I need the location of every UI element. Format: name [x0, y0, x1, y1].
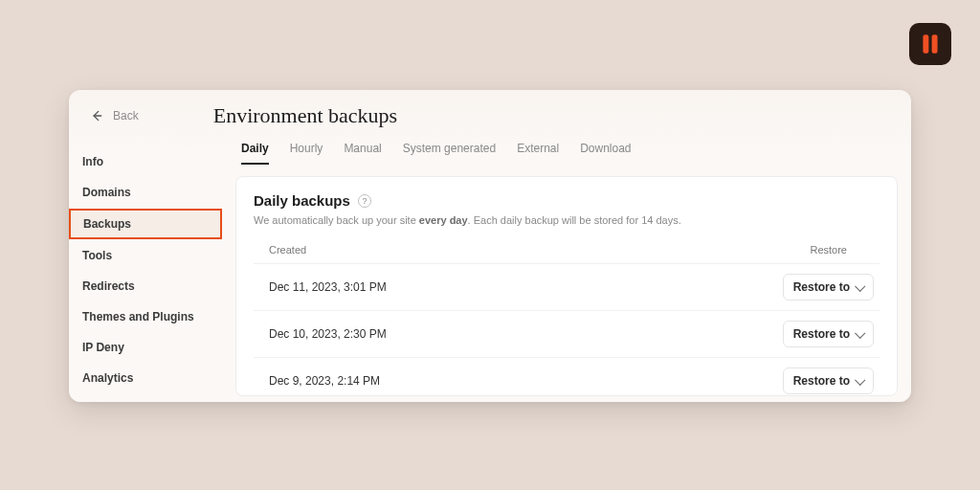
restore-to-button[interactable]: Restore to	[783, 321, 874, 347]
row-created: Dec 10, 2023, 2:30 PM	[269, 327, 387, 341]
tab-daily[interactable]: Daily	[241, 142, 269, 165]
sidebar-item-info[interactable]: Info	[69, 147, 222, 176]
card-title: Daily backups	[254, 192, 350, 209]
sidebar-item-ip-deny[interactable]: IP Deny	[69, 333, 222, 362]
col-created: Created	[269, 244, 306, 256]
sidebar: InfoDomainsBackupsToolsRedirectsThemes a…	[69, 128, 222, 402]
sidebar-item-backups[interactable]: Backups	[69, 209, 222, 239]
tab-manual[interactable]: Manual	[344, 142, 381, 165]
tab-download[interactable]: Download	[580, 142, 631, 165]
back-label[interactable]: Back	[113, 109, 139, 122]
table-header: Created Restore	[254, 229, 880, 263]
page-title: Environment backups	[213, 103, 397, 128]
chevron-down-icon	[855, 374, 865, 385]
table-row: Dec 10, 2023, 2:30 PMRestore to	[254, 310, 880, 357]
sidebar-item-themes-and-plugins[interactable]: Themes and Plugins	[69, 302, 222, 331]
tabs: DailyHourlyManualSystem generatedExterna…	[222, 132, 911, 165]
sidebar-item-redirects[interactable]: Redirects	[69, 272, 222, 301]
chevron-down-icon	[855, 327, 865, 338]
table-row: Dec 11, 2023, 3:01 PMRestore to	[254, 263, 880, 310]
tab-external[interactable]: External	[517, 142, 559, 165]
row-created: Dec 11, 2023, 3:01 PM	[269, 280, 387, 294]
restore-to-button[interactable]: Restore to	[783, 274, 874, 301]
backups-card: Daily backups ? We automatically back up…	[235, 176, 898, 396]
help-icon[interactable]: ?	[358, 194, 371, 208]
brand-logo	[909, 23, 951, 65]
main-panel: Back Environment backups InfoDomainsBack…	[69, 90, 911, 402]
content-area: DailyHourlyManualSystem generatedExterna…	[222, 128, 911, 402]
row-created: Dec 9, 2023, 2:14 PM	[269, 374, 380, 388]
tab-hourly[interactable]: Hourly	[290, 142, 323, 165]
svg-rect-1	[932, 34, 938, 54]
sidebar-item-cdn[interactable]: CDN	[69, 394, 222, 402]
sidebar-item-analytics[interactable]: Analytics	[69, 364, 222, 392]
sidebar-item-tools[interactable]: Tools	[69, 241, 222, 270]
svg-rect-0	[923, 34, 928, 54]
table-row: Dec 9, 2023, 2:14 PMRestore to	[254, 357, 880, 397]
sidebar-item-domains[interactable]: Domains	[69, 178, 222, 207]
tab-system-generated[interactable]: System generated	[403, 142, 496, 165]
topbar: Back Environment backups	[69, 90, 911, 128]
restore-to-button[interactable]: Restore to	[783, 368, 874, 394]
chevron-down-icon	[855, 280, 865, 291]
card-description: We automatically back up your site every…	[254, 212, 880, 229]
col-restore: Restore	[810, 244, 874, 256]
back-arrow-icon[interactable]	[90, 109, 103, 122]
brand-logo-icon	[918, 32, 943, 56]
